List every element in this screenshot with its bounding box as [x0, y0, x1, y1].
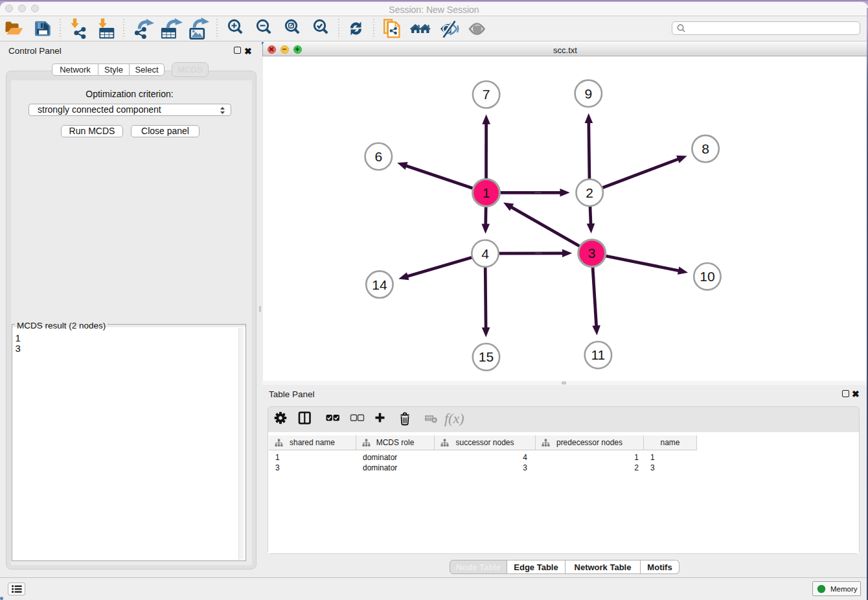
svg-text:f(x): f(x): [444, 410, 464, 426]
svg-text:7: 7: [483, 87, 490, 102]
svg-text:4: 4: [481, 246, 489, 261]
svg-text:9: 9: [584, 86, 592, 101]
svg-text:8: 8: [702, 141, 709, 156]
svg-text:14: 14: [372, 277, 387, 292]
svg-text:3: 3: [588, 246, 596, 260]
svg-text:10: 10: [700, 269, 714, 284]
svg-text:2: 2: [586, 185, 593, 200]
svg-text:11: 11: [591, 347, 605, 362]
svg-text:15: 15: [479, 349, 494, 364]
svg-text:6: 6: [374, 149, 382, 164]
svg-text:1: 1: [483, 185, 490, 200]
